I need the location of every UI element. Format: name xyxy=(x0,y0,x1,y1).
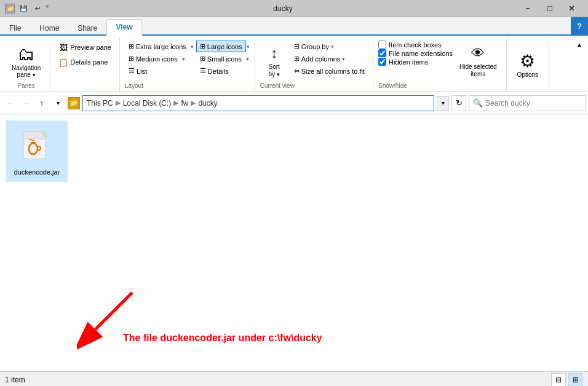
forward-button[interactable]: → xyxy=(18,96,33,111)
back-button[interactable]: ← xyxy=(2,96,17,111)
hide-selected-label: Hide selecteditems xyxy=(459,63,497,78)
large-btn-group: ⊞ Large icons ▾ xyxy=(196,41,250,52)
svg-rect-1 xyxy=(23,132,46,139)
svg-line-5 xyxy=(95,293,132,329)
medium-btn-group: ⊞ Medium icons ▾ xyxy=(125,53,194,65)
close-button[interactable]: ✕ xyxy=(561,0,583,17)
layout-label: Layout xyxy=(125,81,143,89)
file-name-extensions-checkbox[interactable]: File name extensions xyxy=(378,49,453,57)
recent-button[interactable]: ▾ xyxy=(50,96,65,111)
tab-home[interactable]: Home xyxy=(30,20,68,36)
file-name-extensions-label: File name extensions xyxy=(389,50,453,57)
options-icon: ⚙ xyxy=(520,51,535,71)
sort-by-label: Sortby ▾ xyxy=(269,63,280,78)
ribbon: 🗂 Navigationpane ▾ Panes 🖼 Preview pane … xyxy=(0,36,588,92)
details-label: Details xyxy=(208,68,229,75)
group-by-arrow: ▾ xyxy=(331,44,334,50)
file-item-duckencode[interactable]: duckencode.jar xyxy=(6,120,68,182)
java-icon-svg xyxy=(21,130,53,162)
collapse-ribbon-button[interactable]: ▲ xyxy=(573,38,586,50)
options-label: Options xyxy=(517,71,538,78)
large-icons-button[interactable]: ⊞ Large icons xyxy=(196,41,246,52)
large-icons-view-button[interactable]: ⊞ xyxy=(568,373,583,387)
size-all-button[interactable]: ⇔ Size all columns to fit xyxy=(291,65,368,77)
item-check-boxes-label: Item check boxes xyxy=(389,41,442,49)
nav-pane-content: 🗂 Navigationpane ▾ xyxy=(7,41,45,81)
medium-button[interactable]: ⊞ Medium icons xyxy=(125,53,181,65)
details-pane-icon: 📋 xyxy=(58,57,68,67)
options-button[interactable]: ⚙ Options xyxy=(512,48,544,81)
hidden-items-label: Hidden items xyxy=(389,58,428,66)
breadcrumb-this-pc[interactable]: This PC xyxy=(87,99,113,108)
hidden-items-checkbox[interactable]: Hidden items xyxy=(378,58,453,66)
small-btn-group: ⊞ Small icons ▾ xyxy=(196,53,250,65)
up-button[interactable]: ↑ xyxy=(34,96,49,111)
svg-rect-3 xyxy=(31,142,36,143)
refresh-button[interactable]: ↻ xyxy=(451,95,466,111)
nav-pane-group: 🗂 Navigationpane ▾ Panes xyxy=(2,38,50,92)
layout-content: ⊞ Extra large icons ▾ ⊞ Medium icons ▾ ☰… xyxy=(125,41,250,77)
nav-pane-icon: 🗂 xyxy=(18,44,35,65)
preview-pane-icon: 🖼 xyxy=(58,42,68,52)
help-button[interactable]: ? xyxy=(571,17,588,34)
add-columns-button[interactable]: ⊞ Add columns ▾ xyxy=(291,53,368,65)
breadcrumb-fw[interactable]: fw xyxy=(181,99,188,108)
quick-access: 💾 ↩ ▾ xyxy=(17,2,49,15)
breadcrumb-sep-2: ▶ xyxy=(173,99,178,107)
extra-large-label: Extra large icons xyxy=(136,43,186,50)
tab-view[interactable]: View xyxy=(106,19,141,36)
tab-file[interactable]: File xyxy=(0,20,30,36)
status-view-controls: ⊟ ⊞ xyxy=(551,373,583,387)
current-view-content: ↕ Sortby ▾ ⊟ Group by ▾ ⊞ Add columns ▾ … xyxy=(260,41,368,81)
file-item-name: duckencode.jar xyxy=(14,168,60,176)
maximize-button[interactable]: □ xyxy=(539,0,561,17)
extra-large-button[interactable]: ⊞ Extra large icons xyxy=(125,41,190,52)
extra-large-btn-group: ⊞ Extra large icons ▾ xyxy=(125,41,194,52)
group-by-label: Group by xyxy=(301,43,329,50)
item-check-boxes-checkbox[interactable]: Item check boxes xyxy=(378,41,453,49)
details-pane-button[interactable]: 📋 Details pane xyxy=(55,55,114,69)
breadcrumb-sep-3: ▶ xyxy=(191,99,196,107)
preview-pane-button[interactable]: 🖼 Preview pane xyxy=(55,41,114,54)
item-count: 1 item xyxy=(5,376,25,384)
item-check-boxes-input[interactable] xyxy=(378,41,386,49)
medium-dropdown-arrow: ▾ xyxy=(182,56,185,62)
layout-right-col: ⊞ Large icons ▾ ⊞ Small icons ▾ ☰ Detail… xyxy=(196,41,250,77)
hidden-items-input[interactable] xyxy=(378,58,386,66)
list-button[interactable]: ☰ List xyxy=(125,65,194,77)
quick-undo-btn[interactable]: ↩ xyxy=(31,2,44,15)
search-input[interactable] xyxy=(485,99,581,108)
breadcrumb-local-disk[interactable]: Local Disk (C:) xyxy=(123,99,172,108)
address-dropdown-button[interactable]: ▾ xyxy=(437,96,449,111)
search-icon: 🔍 xyxy=(473,98,483,108)
status-bar: 1 item ⊟ ⊞ xyxy=(0,371,588,386)
group-by-button[interactable]: ⊟ Group by ▾ xyxy=(291,41,368,52)
file-name-extensions-input[interactable] xyxy=(378,49,386,57)
size-all-label: Size all columns to fit xyxy=(301,68,365,75)
window-controls: − □ ✕ xyxy=(517,0,583,17)
small-icons-button[interactable]: ⊞ Small icons xyxy=(196,53,245,65)
add-columns-label: Add columns xyxy=(301,55,341,63)
panes-content: 🖼 Preview pane 📋 Details pane xyxy=(55,41,114,69)
details-button[interactable]: ☰ Details xyxy=(196,65,250,77)
list-icon: ☰ xyxy=(129,67,135,75)
sort-by-button[interactable]: ↕ Sortby ▾ xyxy=(260,41,288,81)
show-hide-options: Item check boxes File name extensions Hi… xyxy=(378,41,453,66)
breadcrumb-ducky[interactable]: ducky xyxy=(198,99,217,108)
quick-save-btn[interactable]: 💾 xyxy=(17,2,30,15)
details-icon: ☰ xyxy=(200,67,206,75)
hide-selected-button[interactable]: 👁 Hide selecteditems xyxy=(455,41,501,81)
panes-group: 🖼 Preview pane 📋 Details pane xyxy=(50,38,120,92)
minimize-button[interactable]: − xyxy=(517,0,539,17)
address-box[interactable]: This PC ▶ Local Disk (C:) ▶ fw ▶ ducky xyxy=(82,95,434,111)
search-box[interactable]: 🔍 xyxy=(469,95,586,111)
folder-quick-icon[interactable]: 📁 xyxy=(68,97,80,109)
navigation-pane-button[interactable]: 🗂 Navigationpane ▾ xyxy=(7,41,45,81)
tab-share[interactable]: Share xyxy=(68,20,106,36)
title-bar: 📁 💾 ↩ ▾ ducky − □ ✕ xyxy=(0,0,588,17)
java-file-icon xyxy=(17,127,57,166)
options-content: ⚙ Options xyxy=(512,41,544,88)
panes-label: Panes xyxy=(17,81,34,89)
medium-icon: ⊞ xyxy=(129,55,134,63)
details-view-button[interactable]: ⊟ xyxy=(551,373,566,387)
